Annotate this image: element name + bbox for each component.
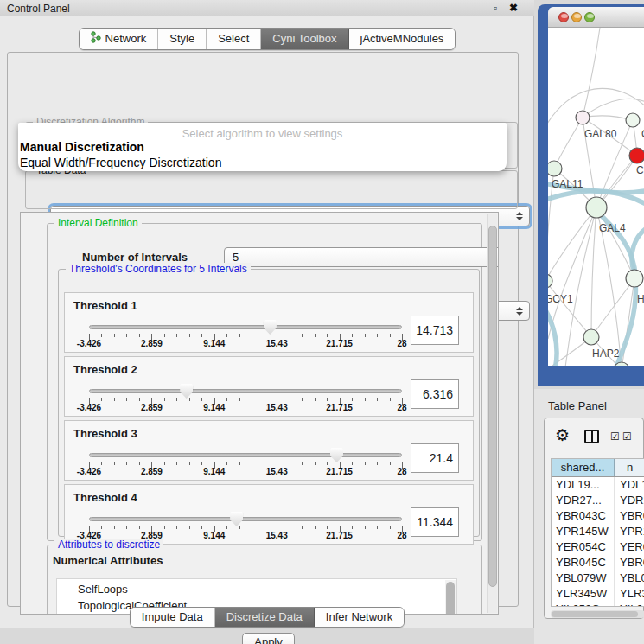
bottom-tab-bar: Impute DataDiscretize DataInfer Network — [0, 607, 534, 628]
table-data-group: Table Data galFiltered.sif default node — [25, 170, 518, 209]
network-node[interactable] — [629, 148, 644, 163]
threshold-value-field[interactable]: 14.713 — [411, 316, 459, 345]
table-cell[interactable]: YBL0 — [615, 571, 644, 586]
table-row[interactable]: YDL19...YDL1 — [552, 477, 644, 493]
tab-network[interactable]: Network — [80, 29, 159, 49]
tab-discretize-data[interactable]: Discretize Data — [215, 608, 315, 627]
minimize-traffic-light[interactable] — [571, 12, 582, 22]
table-row[interactable]: YDR27...YDR2 — [552, 493, 644, 508]
threshold-value-field[interactable]: 6.316 — [411, 379, 459, 409]
tab-cyni-toolbox[interactable]: Cyni Toolbox — [261, 29, 348, 49]
viewport-scrollbar-thumb[interactable] — [488, 226, 497, 587]
tab-label: Discretize Data — [226, 610, 303, 623]
threshold-panel: Threshold 3-3.4262.8599.14415.4321.71528… — [64, 420, 474, 481]
close-icon[interactable]: ✖ — [509, 2, 518, 14]
table-row[interactable]: YLR345WYLR3 — [552, 586, 644, 602]
table-cell[interactable]: YBL079W — [552, 571, 615, 586]
network-node[interactable] — [583, 329, 599, 345]
attribute-list-item[interactable]: SelfLoops — [57, 579, 456, 597]
table-cell[interactable]: YPR1 — [615, 524, 644, 539]
table-row[interactable]: YBR043CYBR0 — [552, 508, 644, 524]
control-panel-window: Control Panel ▫ ✖ NetworkStyleSelectCyni… — [0, 0, 534, 628]
slider-thumb[interactable] — [230, 512, 243, 526]
network-node[interactable] — [548, 161, 562, 176]
gear-icon[interactable]: ⚙ — [555, 425, 570, 445]
table-row[interactable]: YBL079WYBL0 — [552, 571, 644, 586]
table-hscrollbar-thumb[interactable] — [552, 611, 638, 617]
split-columns-icon[interactable] — [584, 430, 599, 443]
number-of-intervals-label: Number of Intervals — [82, 251, 188, 264]
network-window-titlebar[interactable] — [548, 7, 644, 28]
tab-impute-data[interactable]: Impute Data — [131, 608, 215, 627]
network-node[interactable] — [576, 111, 590, 124]
algorithm-option[interactable]: Manual Discretization — [20, 140, 144, 154]
table-cell[interactable]: YDR2 — [615, 493, 644, 508]
zoom-traffic-light[interactable] — [584, 12, 595, 22]
network-node[interactable] — [626, 270, 643, 287]
settings-scroll-viewport: Interval Definition Number of Intervals … — [20, 212, 499, 615]
slider-track[interactable] — [89, 453, 402, 457]
number-of-intervals-value: 5 — [233, 251, 239, 264]
slider-thumb[interactable] — [180, 384, 193, 399]
network-canvas[interactable]: GAL80GCGAL11GAL4GCY1HHAP2 — [548, 28, 644, 366]
table-cell[interactable]: YLR3 — [615, 586, 644, 602]
table-row[interactable]: YPR145WYPR1 — [552, 524, 644, 539]
table-horizontal-scrollbar[interactable] — [551, 610, 644, 618]
tab-jactivemnodules[interactable]: jActiveMNodules — [349, 29, 456, 49]
slider-track[interactable] — [89, 389, 402, 393]
table-cell[interactable]: YBR0 — [615, 508, 644, 524]
network-node-label: GCY1 — [548, 293, 573, 305]
tab-label: Style — [169, 32, 194, 45]
table-cell[interactable]: YLR345W — [552, 586, 615, 602]
threshold-panel: Threshold 1-3.4262.8599.14415.4321.71528… — [64, 292, 474, 353]
network-node-label: HAP2 — [592, 348, 620, 360]
checkbox-icon[interactable]: ☑ — [622, 430, 632, 443]
stepper-icon — [516, 307, 523, 316]
threshold-value-field[interactable]: 21.4 — [411, 443, 459, 473]
tab-label: Impute Data — [142, 610, 203, 623]
float-window-icon[interactable]: ▫ — [494, 2, 497, 14]
tab-infer-network[interactable]: Infer Network — [315, 608, 404, 627]
node-table-box: ⚙ ☑ ☑ shared...n YDL19...YDL1YDR27...YDR… — [544, 418, 644, 619]
tab-select[interactable]: Select — [207, 29, 261, 49]
number-of-intervals-combobox[interactable]: 5 — [224, 247, 499, 267]
slider-track[interactable] — [89, 517, 402, 521]
viewport-scrollbar[interactable] — [487, 214, 497, 613]
threshold-panel: Threshold 4-3.4262.8599.14415.4321.71528… — [64, 484, 474, 545]
table-row[interactable]: YIL052CYIL0 — [552, 602, 644, 607]
table-cell[interactable]: YER054C — [552, 539, 615, 555]
node-attribute-table[interactable]: shared...n YDL19...YDL1YDR27...YDR2YBR04… — [551, 458, 644, 607]
table-cell[interactable]: YBR0 — [615, 555, 644, 571]
network-node[interactable] — [626, 113, 640, 127]
algorithm-option[interactable]: Equal Width/Frequency Discretization — [20, 156, 221, 169]
checkbox-icon[interactable]: ☑ — [610, 430, 620, 443]
network-edge — [548, 207, 596, 281]
apply-button[interactable]: Apply — [242, 633, 295, 644]
algorithm-placeholder: Select algorithm to view settings — [18, 127, 507, 140]
close-traffic-light[interactable] — [558, 12, 569, 22]
threshold-value-field[interactable]: 11.344 — [411, 507, 459, 537]
table-row[interactable]: YBR045CYBR0 — [552, 555, 644, 571]
table-cell[interactable]: YPR145W — [552, 524, 615, 539]
table-cell[interactable]: YBR045C — [552, 555, 615, 571]
table-cell[interactable]: YIL0 — [615, 602, 644, 607]
slider-thumb[interactable] — [330, 448, 343, 462]
tab-style[interactable]: Style — [158, 29, 207, 49]
table-column-header[interactable]: n — [615, 459, 644, 476]
network-node[interactable] — [548, 274, 552, 288]
table-cell[interactable]: YDR27... — [552, 493, 615, 508]
control-panel-title: Control Panel — [7, 3, 70, 15]
table-cell[interactable]: YDL19... — [552, 477, 615, 493]
network-edge — [583, 116, 633, 120]
table-cell[interactable]: YBR043C — [552, 508, 615, 524]
numerical-attributes-heading: Numerical Attributes — [53, 554, 163, 567]
slider-thumb[interactable] — [264, 320, 277, 335]
table-cell[interactable]: YER0 — [615, 539, 644, 555]
table-column-header[interactable]: shared... — [552, 459, 615, 476]
network-node[interactable] — [586, 197, 607, 218]
slider-track[interactable] — [89, 325, 402, 329]
table-cell[interactable]: YIL052C — [552, 602, 615, 607]
table-cell[interactable]: YDL1 — [615, 477, 644, 493]
table-row[interactable]: YER054CYER0 — [552, 539, 644, 555]
network-node-label: C — [636, 164, 644, 176]
